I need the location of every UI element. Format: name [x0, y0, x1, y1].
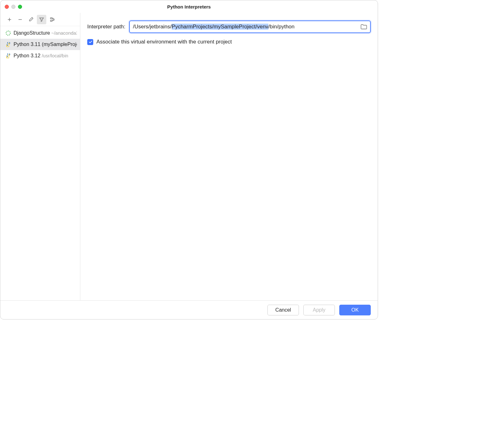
svg-point-6 — [6, 31, 10, 35]
interpreter-path-label: Interpreter path: — [87, 24, 125, 30]
interpreter-item-label: Python 3.11 (mySampleProject) — [14, 42, 77, 47]
remove-interpreter-button[interactable] — [15, 15, 25, 24]
interpreter-item-django[interactable]: DjangoStructure~/anaconda3 — [0, 27, 80, 39]
show-paths-button[interactable] — [48, 15, 57, 24]
edit-interpreter-button[interactable] — [26, 15, 36, 24]
interpreter-item-label: Python 3.12/usr/local/bin — [14, 53, 68, 59]
interpreter-item-label: DjangoStructure~/anaconda3 — [14, 30, 77, 36]
ok-button[interactable]: OK — [339, 305, 371, 315]
dialog-footer: Cancel Apply OK — [0, 300, 378, 319]
window-close-button[interactable] — [5, 5, 9, 9]
python-icon — [5, 53, 11, 59]
svg-rect-4 — [50, 20, 52, 21]
conda-icon — [5, 30, 11, 36]
sidebar-toolbar — [0, 13, 80, 26]
interpreter-list: DjangoStructure~/anaconda3 Python 3.11 (… — [0, 26, 80, 61]
interpreter-path-input[interactable]: /Users/jetbrains/PycharmProjects/mySampl… — [129, 20, 371, 33]
window-minimize-button[interactable] — [11, 5, 15, 9]
add-interpreter-button[interactable] — [5, 15, 14, 24]
traffic-lights — [5, 5, 22, 9]
main-panel: Interpreter path: /Users/jetbrains/Pycha… — [80, 13, 378, 300]
interpreter-path-value: /Users/jetbrains/PycharmProjects/mySampl… — [133, 24, 295, 30]
python-icon — [5, 42, 11, 47]
svg-rect-3 — [50, 18, 52, 19]
apply-button[interactable]: Apply — [303, 305, 335, 315]
associate-checkbox[interactable] — [87, 39, 93, 45]
window-title: Python Interpreters — [0, 4, 378, 9]
filter-button[interactable] — [37, 15, 46, 24]
browse-button[interactable] — [360, 23, 368, 31]
cancel-button[interactable]: Cancel — [267, 305, 299, 315]
interpreter-item-python312[interactable]: Python 3.12/usr/local/bin — [0, 50, 80, 61]
titlebar: Python Interpreters — [0, 0, 378, 13]
interpreter-item-python311[interactable]: Python 3.11 (mySampleProject) — [0, 39, 80, 50]
associate-checkbox-label: Associate this virtual environment with … — [96, 39, 232, 45]
interpreter-sidebar: DjangoStructure~/anaconda3 Python 3.11 (… — [0, 13, 80, 300]
window-maximize-button[interactable] — [18, 5, 22, 9]
